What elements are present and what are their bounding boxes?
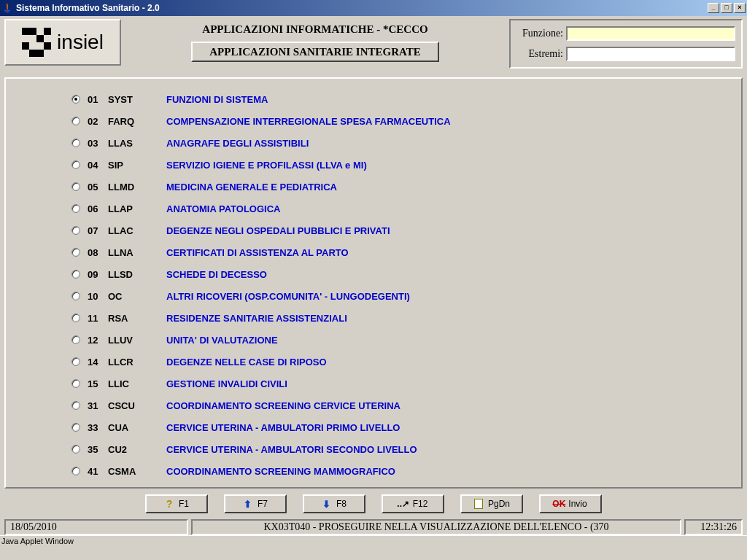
menu-num: 35 <box>88 444 108 455</box>
java-icon <box>1 2 13 14</box>
status-date: 18/05/2010 <box>4 519 188 535</box>
menu-radio[interactable] <box>71 357 80 366</box>
menu-desc-link[interactable]: CERVICE UTERINA - AMBULATORI PRIMO LIVEL… <box>166 422 400 433</box>
menu-num: 31 <box>88 400 108 411</box>
menu-radio[interactable] <box>71 445 80 454</box>
menu-num: 01 <box>88 94 108 105</box>
menu-radio[interactable] <box>71 292 80 300</box>
menu-radio[interactable] <box>71 160 80 169</box>
menu-row[interactable]: 08LLNACERTIFICATI DI ASSISTENZA AL PARTO <box>71 245 727 260</box>
menu-num: 02 <box>88 116 108 127</box>
menu-code: LLAS <box>108 138 166 149</box>
menu-row[interactable]: 03LLASANAGRAFE DEGLI ASSISTIBILI <box>71 136 727 150</box>
menu-desc-link[interactable]: FUNZIONI DI SISTEMA <box>166 94 268 105</box>
menu-radio[interactable] <box>71 182 80 191</box>
menu-radio[interactable] <box>71 467 80 475</box>
minimize-button[interactable]: _ <box>708 3 719 13</box>
pgdn-button[interactable]: PgDn <box>460 494 523 513</box>
menu-row[interactable]: 14LLCRDEGENZE NELLE CASE DI RIPOSO <box>71 354 727 369</box>
menu-num: 12 <box>88 335 108 346</box>
logo-icon <box>22 28 51 57</box>
arrow-down-icon: ⬇ <box>322 499 332 509</box>
close-button[interactable]: × <box>734 3 746 13</box>
estremi-input[interactable] <box>566 47 735 61</box>
main-nav-button[interactable]: APPLICAZIONI SANITARIE INTEGRATE <box>191 42 439 62</box>
menu-desc-link[interactable]: COMPENSAZIONE INTERREGIONALE SPESA FARMA… <box>166 116 451 127</box>
menu-radio[interactable] <box>71 95 80 104</box>
menu-desc-link[interactable]: RESIDENZE SANITARIE ASSISTENZIALI <box>166 313 347 324</box>
menu-code: LLNA <box>108 247 166 258</box>
menu-code: LLMD <box>108 182 166 192</box>
menu-code: LLAP <box>108 203 166 214</box>
menu-code: CU2 <box>108 444 166 455</box>
menu-desc-link[interactable]: DEGENZE NEGLI OSPEDALI PUBBLICI E PRIVAT… <box>166 225 390 236</box>
menu-radio[interactable] <box>71 423 80 432</box>
status-message: KX03T040 - PROSEGUIRE NELLA VISUALIZZAZI… <box>191 519 681 535</box>
menu-radio[interactable] <box>71 335 80 344</box>
menu-desc-link[interactable]: SCHEDE DI DECESSO <box>166 269 267 280</box>
menu-row[interactable]: 07LLACDEGENZE NEGLI OSPEDALI PUBBLICI E … <box>71 223 727 238</box>
menu-radio[interactable] <box>71 314 80 322</box>
menu-desc-link[interactable]: UNITA' DI VALUTAZIONE <box>166 335 278 346</box>
applet-footer: Java Applet Window <box>0 535 747 546</box>
menu-desc-link[interactable]: SERVIZIO IGIENE E PROFILASSI (LLVA e MI) <box>166 160 367 171</box>
menu-row[interactable]: 15LLICGESTIONE INVALIDI CIVILI <box>71 376 727 391</box>
menu-desc-link[interactable]: CERTIFICATI DI ASSISTENZA AL PARTO <box>166 247 349 258</box>
menu-radio[interactable] <box>71 139 80 147</box>
menu-code: SYST <box>108 94 166 105</box>
menu-desc-link[interactable]: CERVICE UTERINA - AMBULATORI SECONDO LIV… <box>166 444 417 455</box>
menu-code: LLUV <box>108 335 166 346</box>
menu-radio[interactable] <box>71 379 80 388</box>
invio-button[interactable]: OK Invio <box>539 494 602 513</box>
menu-num: 08 <box>88 247 108 258</box>
maximize-button[interactable]: □ <box>721 3 732 13</box>
menu-num: 04 <box>88 160 108 171</box>
window-titlebar: Sistema Informativo Sanitario - 2.0 _ □ … <box>0 0 747 16</box>
menu-row[interactable]: 06LLAPANATOMIA PATOLOGICA <box>71 201 727 216</box>
menu-desc-link[interactable]: ALTRI RICOVERI (OSP.COMUNITA' - LUNGODEG… <box>166 291 410 302</box>
menu-code: CUA <box>108 422 166 433</box>
menu-num: 41 <box>88 466 108 477</box>
menu-row[interactable]: 09LLSDSCHEDE DI DECESSO <box>71 267 727 281</box>
menu-desc-link[interactable]: COORDINAMENTO SCREENING MAMMOGRAFICO <box>166 466 395 477</box>
menu-code: LLIC <box>108 378 166 389</box>
menu-num: 05 <box>88 182 108 192</box>
menu-desc-link[interactable]: DEGENZE NELLE CASE DI RIPOSO <box>166 357 327 368</box>
menu-row[interactable]: 10OCALTRI RICOVERI (OSP.COMUNITA' - LUNG… <box>71 289 727 303</box>
menu-desc-link[interactable]: MEDICINA GENERALE E PEDIATRICA <box>166 182 337 192</box>
menu-row[interactable]: 41CSMACOORDINAMENTO SCREENING MAMMOGRAFI… <box>71 464 727 478</box>
menu-desc-link[interactable]: ANATOMIA PATOLOGICA <box>166 203 280 214</box>
menu-desc-link[interactable]: ANAGRAFE DEGLI ASSISTIBILI <box>166 138 309 149</box>
menu-row[interactable]: 11RSARESIDENZE SANITARIE ASSISTENZIALI <box>71 311 727 325</box>
dots-icon: ..↗ <box>398 499 409 509</box>
f7-button[interactable]: ⬆ F7 <box>224 494 287 513</box>
menu-row[interactable]: 33CUACERVICE UTERINA - AMBULATORI PRIMO … <box>71 420 727 435</box>
menu-row[interactable]: 02FARQCOMPENSAZIONE INTERREGIONALE SPESA… <box>71 114 727 128</box>
menu-num: 10 <box>88 291 108 302</box>
menu-num: 11 <box>88 313 108 324</box>
menu-radio[interactable] <box>71 248 80 257</box>
f8-button[interactable]: ⬇ F8 <box>303 494 365 513</box>
menu-row[interactable]: 12LLUVUNITA' DI VALUTAZIONE <box>71 332 727 347</box>
arrow-up-icon: ⬆ <box>243 499 253 509</box>
menu-radio[interactable] <box>71 401 80 410</box>
menu-row[interactable]: 31CSCUCOORDINAMENTO SCREENING CERVICE UT… <box>71 398 727 413</box>
menu-radio[interactable] <box>71 226 80 235</box>
menu-radio[interactable] <box>71 204 80 213</box>
f1-button[interactable]: ? F1 <box>145 494 208 513</box>
menu-desc-link[interactable]: GESTIONE INVALIDI CIVILI <box>166 378 287 389</box>
f8-label: F8 <box>336 499 347 509</box>
menu-code: FARQ <box>108 116 166 127</box>
menu-row[interactable]: 05LLMDMEDICINA GENERALE E PEDIATRICA <box>71 179 727 194</box>
funzione-input[interactable] <box>566 26 735 41</box>
f12-button[interactable]: ..↗ F12 <box>382 494 444 513</box>
function-key-bar: ? F1 ⬆ F7 ⬇ F8 ..↗ F12 PgDn OK Invio <box>4 494 743 513</box>
f1-label: F1 <box>179 499 189 509</box>
menu-desc-link[interactable]: COORDINAMENTO SCREENING CERVICE UTERINA <box>166 400 400 411</box>
menu-radio[interactable] <box>71 270 80 279</box>
f12-label: F12 <box>413 499 428 509</box>
menu-row[interactable]: 04SIPSERVIZIO IGIENE E PROFILASSI (LLVA … <box>71 158 727 172</box>
menu-row[interactable]: 35CU2CERVICE UTERINA - AMBULATORI SECOND… <box>71 442 727 456</box>
menu-row[interactable]: 01SYSTFUNZIONI DI SISTEMA <box>71 92 727 106</box>
menu-radio[interactable] <box>71 117 80 125</box>
